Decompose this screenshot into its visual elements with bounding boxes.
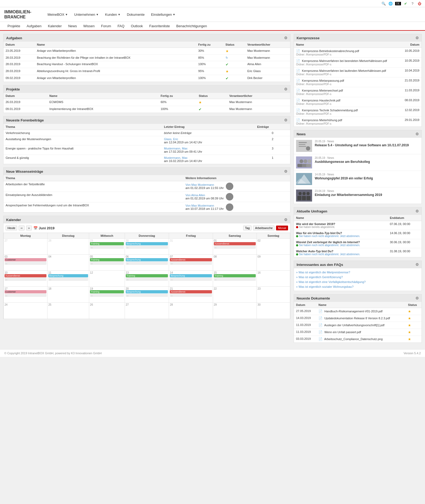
- calendar-event[interactable]: Training: [214, 274, 256, 277]
- calendar-event[interactable]: ...: [126, 294, 168, 297]
- calendar-day-header: Freitag: [169, 233, 213, 239]
- calendar-event[interactable]: Aussendienst:: [170, 258, 212, 261]
- table-row: 23.05.2019 Anlage von Mitarbeiterprofile…: [3, 48, 290, 55]
- calendar-day-cell: 14Besprechung...: [169, 271, 213, 287]
- forum-gear-icon[interactable]: ⚙: [284, 118, 288, 122]
- dokumente-widget: Neueste Dokumente ⚙ Datum Name Status 27…: [294, 294, 422, 343]
- calendar-event[interactable]: Training: [90, 242, 124, 245]
- news-item[interactable]: 23.04.19 · News Einladung zur Mitarbeite…: [294, 187, 422, 204]
- status-star-icon: ★: [408, 330, 411, 334]
- tag-button[interactable]: Tag: [243, 226, 252, 230]
- umfragen-gear-icon[interactable]: ⚙: [415, 209, 419, 213]
- calendar-event[interactable]: ...: [90, 262, 124, 265]
- umfrage-status-text[interactable]: Sie haben noch nicht abgestimmt. Jetzt a…: [299, 244, 360, 247]
- umfrage-status[interactable]: Sie haben noch nicht abgestimmt. Jetzt a…: [296, 235, 385, 238]
- calendar-event[interactable]: Besprechung: [126, 242, 168, 245]
- calendar-event[interactable]: ...: [170, 294, 212, 297]
- subnav-benachrichtigungen[interactable]: Benachrichtigungen: [173, 22, 210, 30]
- wissen-gear-icon[interactable]: ⚙: [284, 169, 288, 174]
- calendar-event[interactable]: Customer: [5, 258, 46, 261]
- umfrage-status-text[interactable]: Sie haben noch nicht abgestimmt. Jetzt a…: [299, 253, 360, 256]
- monat-button[interactable]: Monat: [276, 226, 288, 230]
- faq-gear-icon[interactable]: ⚙: [415, 262, 419, 267]
- umfrage-status[interactable]: Sie haben noch nicht abgestimmt. Jetzt a…: [296, 244, 385, 247]
- forum-author-link[interactable]: Mustermann, Max: [164, 156, 187, 159]
- aufgaben-gear-icon[interactable]: ⚙: [284, 36, 288, 40]
- calendar-event[interactable]: Aussendienst:: [5, 274, 46, 277]
- prev-button[interactable]: ‹‹: [19, 226, 24, 230]
- calendar-event[interactable]: ...: [48, 278, 88, 281]
- nav-kunden[interactable]: Kunden ▼: [102, 11, 123, 18]
- arbeitswoche-button[interactable]: Arbeitswoche: [253, 226, 274, 230]
- power-icon[interactable]: ⏻: [417, 1, 422, 6]
- status-sync-icon: ↻: [226, 56, 228, 59]
- umfrage-status[interactable]: Sie haben noch nicht abgestimmt. Jetzt a…: [296, 253, 385, 256]
- subnav-aufgaben[interactable]: Aufgaben: [23, 22, 45, 30]
- calendar-event[interactable]: ...: [126, 262, 168, 265]
- forum-author-link[interactable]: Mustermann, Max: [164, 147, 187, 150]
- question-icon[interactable]: ?: [410, 1, 415, 6]
- umfrage-status-text[interactable]: Sie haben noch nicht abgestimmt. Jetzt a…: [299, 235, 360, 238]
- search-icon[interactable]: 🔍: [381, 1, 386, 6]
- calendar-day-header: Dienstag: [48, 233, 89, 239]
- kalender-gear-icon[interactable]: ⚙: [284, 218, 288, 222]
- nav-unternehmen[interactable]: Unternehmen ▼: [72, 11, 101, 18]
- faq-item[interactable]: Was ist eigentlich die Mietpreisbremse?: [294, 270, 422, 275]
- calendar-event[interactable]: ...: [126, 246, 168, 249]
- subnav-faq[interactable]: FAQ: [114, 22, 128, 30]
- today-button[interactable]: Heute: [6, 226, 17, 230]
- calendar-event[interactable]: ...: [214, 278, 256, 281]
- faq-item[interactable]: Was ist eigentlich Gentrifizierung?: [294, 275, 422, 279]
- calendar-event[interactable]: Training: [90, 258, 124, 261]
- calendar-event[interactable]: Besprechung: [48, 274, 88, 277]
- kalender-controls: Heute ‹‹ ›› 📅 Juni 2019 Tag Arbeitswoche…: [3, 223, 290, 233]
- projekte-gear-icon[interactable]: ⚙: [284, 87, 288, 91]
- forum-author-link[interactable]: Glass, Eric: [164, 137, 178, 141]
- calendar-event[interactable]: ...: [126, 278, 168, 281]
- subnav-news[interactable]: News: [65, 22, 80, 30]
- wissen-author-link[interactable]: Von Alma Allen: [186, 194, 205, 197]
- nav-meinebox[interactable]: MeineBOX ▼: [45, 11, 70, 18]
- subnav-favoritenliste[interactable]: Favoritenliste: [146, 22, 173, 30]
- calendar-event[interactable]: Customer: [5, 290, 46, 293]
- aufgaben-fertig: 30%: [196, 48, 223, 55]
- news-item[interactable]: 20.05.19 · News Release 5.4 - Umstellung…: [294, 138, 422, 154]
- calendar-event[interactable]: Aussendienst:: [214, 242, 256, 245]
- calendar-event[interactable]: ...: [170, 262, 212, 265]
- calendar-event[interactable]: Aussendienst:: [170, 290, 212, 293]
- calendar-event[interactable]: ...: [214, 246, 256, 249]
- wissen-author-link[interactable]: Von Max Mustermann: [186, 183, 214, 186]
- news-item[interactable]: 14.05.19 · News Wohnungsgipfel 2019 ein …: [294, 171, 422, 187]
- subnav-kalender[interactable]: Kalender: [45, 22, 65, 30]
- next-button[interactable]: ››: [26, 226, 32, 230]
- forum-eintraege: 0: [255, 130, 290, 136]
- calendar-event[interactable]: ...: [5, 278, 46, 281]
- dokumente-gear-icon[interactable]: ⚙: [415, 296, 419, 300]
- subnav-wissen[interactable]: Wissen: [80, 22, 98, 30]
- calendar-event[interactable]: ...: [90, 246, 124, 249]
- wissen-author-link[interactable]: Von Max Mustermann: [186, 204, 214, 207]
- subnav-projekte[interactable]: Projekte: [4, 22, 23, 30]
- globe-icon[interactable]: 🌐: [388, 1, 393, 6]
- check-circle-icon[interactable]: ✔: [403, 1, 408, 6]
- subnav-forum[interactable]: Forum: [98, 22, 115, 30]
- faq-item[interactable]: Was ist eigentlich eine Vorfalligkeitsen…: [294, 279, 422, 284]
- faq-item[interactable]: Was ist eigentlich sozialer Wohnungsbau?: [294, 284, 422, 289]
- calendar-event[interactable]: Besprechung: [126, 290, 168, 293]
- kernprozesse-gear-icon[interactable]: ⚙: [415, 36, 419, 40]
- calendar-event[interactable]: Training: [126, 274, 168, 277]
- aufgaben-table: Datum Name Fertig zu Status Verantwortli…: [3, 42, 290, 82]
- calendar-event[interactable]: Besprechung: [170, 274, 212, 277]
- news-item[interactable]: 20.05.19 · News Ausbildungsmesse am Beru…: [294, 154, 422, 171]
- calendar-event[interactable]: Training: [90, 290, 124, 293]
- kp-col-name: Name: [294, 42, 400, 48]
- nav-dokumente[interactable]: Dokumente: [124, 11, 147, 18]
- news-gear-icon[interactable]: ⚙: [415, 132, 419, 136]
- calendar-event[interactable]: ...: [5, 262, 46, 265]
- nav-einstellungen[interactable]: Einstellungen ▼: [148, 11, 178, 18]
- calendar-event[interactable]: ...: [170, 278, 212, 281]
- subnav-outlook[interactable]: Outlook: [128, 22, 146, 30]
- calendar-event[interactable]: ...: [90, 294, 124, 297]
- calendar-event[interactable]: ...: [5, 294, 46, 297]
- calendar-event[interactable]: Besprechung: [126, 258, 168, 261]
